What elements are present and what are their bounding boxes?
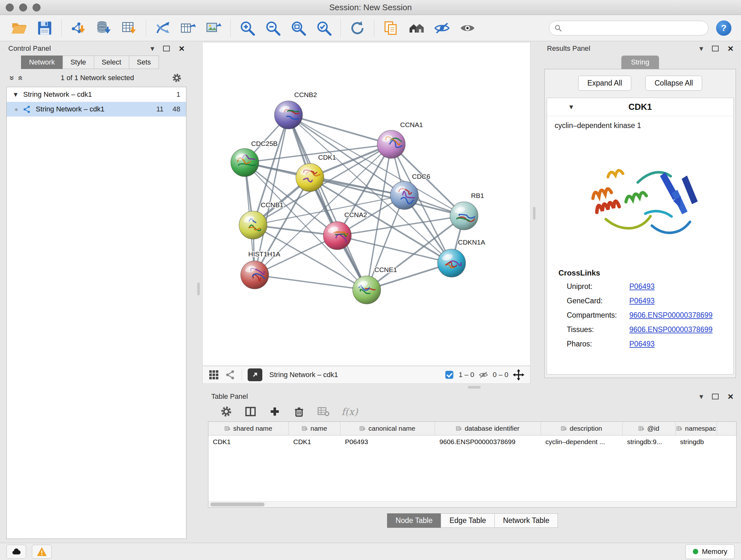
table-row[interactable]: CDK1CDK1P064939606.ENSP00000378699cyclin… bbox=[208, 435, 736, 448]
left-splitter-handle[interactable] bbox=[197, 283, 200, 295]
import-network-database-icon[interactable] bbox=[95, 19, 113, 37]
float-panel-icon[interactable] bbox=[712, 46, 719, 51]
table-cell[interactable]: cyclin–dependent ... bbox=[541, 435, 623, 448]
network-from-selection-icon[interactable] bbox=[154, 19, 172, 37]
tab-select[interactable]: Select bbox=[94, 56, 129, 69]
open-session-icon[interactable] bbox=[10, 19, 28, 37]
tab-network[interactable]: Network bbox=[21, 56, 63, 69]
column-header--id[interactable]: @id bbox=[623, 422, 676, 435]
collapse-triangle-icon[interactable]: ▼ bbox=[568, 104, 575, 111]
network-options-gear-icon[interactable] bbox=[172, 73, 182, 83]
tab-sets[interactable]: Sets bbox=[129, 56, 159, 69]
collapse-all-icon[interactable]: » bbox=[8, 75, 16, 80]
duplicate-page-icon[interactable] bbox=[382, 19, 400, 37]
close-panel-icon[interactable]: × bbox=[179, 44, 185, 53]
column-header-name[interactable]: name bbox=[289, 422, 340, 435]
crosslink-value-link[interactable]: P06493 bbox=[629, 340, 655, 348]
panel-menu-icon[interactable]: ▾ bbox=[150, 45, 154, 52]
network-node-CDC6[interactable]: CDC6 bbox=[390, 173, 430, 209]
table-cell[interactable]: CDK1 bbox=[289, 435, 340, 448]
selected-checkbox-icon[interactable] bbox=[445, 370, 454, 380]
hide-selected-eye-icon[interactable] bbox=[433, 19, 451, 37]
crosslink-value-link[interactable]: P06493 bbox=[629, 297, 655, 305]
delete-column-trash-icon[interactable] bbox=[293, 406, 305, 418]
tab-network-table[interactable]: Network Table bbox=[494, 513, 558, 528]
close-panel-icon[interactable]: × bbox=[728, 392, 733, 401]
network-canvas[interactable]: CCNB2CCNA1CDC25BCDK1CDC6RB1CCNB1CCNA2CDK… bbox=[202, 42, 530, 366]
float-panel-icon[interactable] bbox=[712, 394, 719, 399]
refresh-view-icon[interactable] bbox=[348, 19, 366, 37]
column-header-description[interactable]: description bbox=[541, 422, 623, 435]
import-network-file-icon[interactable] bbox=[69, 19, 87, 37]
network-node-CCNE1[interactable]: CCNE1 bbox=[353, 266, 397, 304]
export-table-icon[interactable] bbox=[179, 19, 197, 37]
add-column-icon[interactable] bbox=[269, 406, 281, 418]
table-cell[interactable]: CDK1 bbox=[208, 435, 289, 448]
column-header-namespac[interactable]: namespac bbox=[676, 422, 717, 435]
close-panel-icon[interactable]: × bbox=[728, 44, 733, 53]
network-edge-CCNB2-CCNA1[interactable] bbox=[288, 115, 391, 144]
cloud-status-button[interactable] bbox=[6, 545, 26, 559]
network-node-CCNA1[interactable]: CCNA1 bbox=[377, 121, 423, 159]
memory-button[interactable]: Memory bbox=[685, 544, 735, 559]
table-cell[interactable]: P06493 bbox=[340, 435, 435, 448]
tab-string[interactable]: String bbox=[621, 56, 659, 69]
search-input[interactable] bbox=[565, 23, 703, 33]
network-graph[interactable]: CCNB2CCNA1CDC25BCDK1CDC6RB1CCNB1CCNA2CDK… bbox=[203, 43, 530, 366]
crosslink-value-link[interactable]: 9606.ENSP00000378699 bbox=[629, 325, 713, 334]
expand-all-icon[interactable]: « bbox=[16, 75, 25, 80]
zoom-in-icon[interactable] bbox=[239, 19, 256, 37]
collapse-all-button[interactable]: Collapse All bbox=[645, 76, 702, 91]
zoom-fit-icon[interactable] bbox=[289, 19, 307, 37]
tab-node-table[interactable]: Node Table bbox=[387, 513, 441, 528]
crosslink-value-link[interactable]: P06493 bbox=[629, 282, 655, 291]
network-row[interactable]: ● String Network – cdk1 11 48 bbox=[7, 102, 186, 117]
pan-crosshair-icon[interactable] bbox=[513, 369, 524, 381]
network-node-HIST1H1A[interactable]: HIST1H1A bbox=[241, 250, 280, 289]
open-in-new-window-button[interactable] bbox=[248, 368, 262, 381]
expand-all-button[interactable]: Expand All bbox=[578, 76, 631, 91]
column-header-database-identifier[interactable]: database identifier bbox=[435, 422, 541, 435]
minimize-window-button[interactable] bbox=[19, 3, 27, 11]
show-all-eye-icon[interactable] bbox=[459, 19, 476, 37]
warnings-button[interactable] bbox=[32, 545, 52, 559]
tab-style[interactable]: Style bbox=[63, 56, 94, 69]
horizontal-scrollbar[interactable] bbox=[208, 501, 736, 507]
network-node-CDKN1A[interactable]: CDKN1A bbox=[437, 239, 485, 277]
network-node-RB1[interactable]: RB1 bbox=[450, 192, 484, 230]
share-network-icon[interactable] bbox=[225, 369, 236, 380]
zoom-selected-icon[interactable] bbox=[315, 19, 333, 37]
import-table-file-icon[interactable] bbox=[120, 19, 138, 37]
close-window-button[interactable] bbox=[6, 3, 14, 11]
save-session-icon[interactable] bbox=[36, 19, 54, 37]
hidden-eye-icon[interactable] bbox=[479, 370, 488, 380]
network-edge-CCNB2-CCNE1[interactable] bbox=[288, 115, 367, 290]
export-image-icon[interactable] bbox=[205, 19, 223, 37]
column-header-canonical-name[interactable]: canonical name bbox=[340, 422, 435, 435]
search-box[interactable] bbox=[549, 21, 709, 36]
table-cell[interactable]: stringdb bbox=[676, 435, 717, 448]
float-panel-icon[interactable] bbox=[163, 46, 170, 51]
collapse-triangle-icon[interactable]: ▼ bbox=[12, 91, 19, 98]
birdseye-grid-icon[interactable] bbox=[208, 369, 219, 380]
maximize-window-button[interactable] bbox=[32, 3, 41, 11]
network-collection-row[interactable]: ▼ String Network – cdk1 1 bbox=[7, 87, 186, 102]
zoom-out-icon[interactable] bbox=[264, 19, 282, 37]
tab-edge-table[interactable]: Edge Table bbox=[441, 513, 495, 528]
protein-card-header[interactable]: ▼ CDK1 bbox=[547, 98, 733, 116]
scrollbar-thumb[interactable] bbox=[210, 503, 265, 506]
table-cell[interactable]: stringdb:9... bbox=[623, 435, 676, 448]
right-splitter-handle[interactable] bbox=[533, 207, 536, 220]
table-cell[interactable]: 9606.ENSP00000378699 bbox=[435, 435, 541, 448]
home-icon[interactable] bbox=[408, 19, 425, 37]
panel-menu-icon[interactable]: ▾ bbox=[699, 45, 703, 52]
crosslink-value-link[interactable]: 9606.ENSP00000378699 bbox=[629, 311, 713, 320]
network-node-CDK1[interactable]: CDK1 bbox=[296, 153, 336, 192]
column-header-shared-name[interactable]: shared name bbox=[208, 422, 289, 435]
network-node-CCNB2[interactable]: CCNB2 bbox=[274, 91, 317, 129]
show-columns-icon[interactable] bbox=[245, 406, 257, 418]
function-builder-icon[interactable]: f(x) bbox=[341, 406, 358, 417]
network-edge-HIST1H1A-CCNE1[interactable] bbox=[255, 275, 367, 290]
panel-menu-icon[interactable]: ▾ bbox=[699, 393, 703, 400]
table-options-gear-icon[interactable] bbox=[220, 406, 232, 418]
